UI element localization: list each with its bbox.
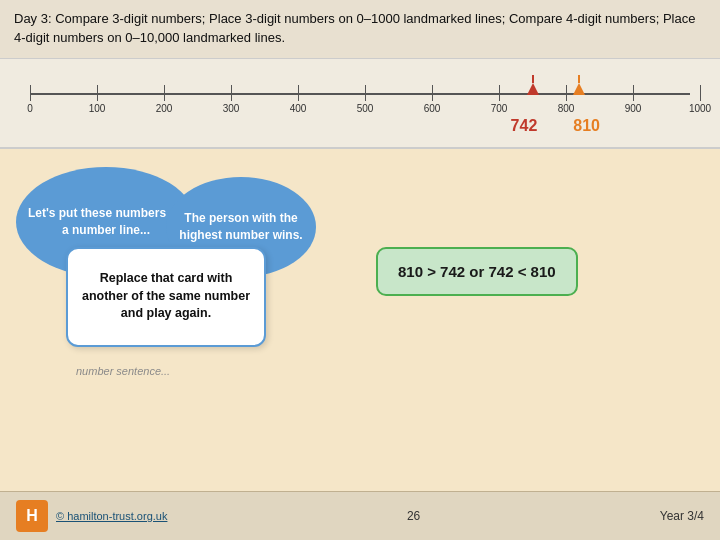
tick-100: [97, 85, 98, 101]
tick-200: [164, 85, 165, 101]
tick-500: [365, 85, 366, 101]
tick-label-700: 700: [491, 103, 508, 114]
footer: H © hamilton-trust.org.uk 26 Year 3/4: [0, 491, 720, 540]
bubble-center: Replace that card with another of the sa…: [66, 247, 266, 347]
number-line: [30, 93, 690, 95]
tick-label-600: 600: [424, 103, 441, 114]
hamilton-logo: H: [16, 500, 48, 532]
bubble-faded: number sentence...: [76, 365, 170, 377]
tick-400: [298, 85, 299, 101]
tick-label-300: 300: [223, 103, 240, 114]
tick-0: [30, 85, 31, 101]
marker-742: [527, 75, 539, 95]
tick-label-900: 900: [625, 103, 642, 114]
tick-label-800: 800: [558, 103, 575, 114]
tick-700: [499, 85, 500, 101]
tick-label-200: 200: [156, 103, 173, 114]
footer-link[interactable]: © hamilton-trust.org.uk: [56, 510, 167, 522]
tick-800: [566, 85, 567, 101]
footer-page-number: 26: [407, 509, 420, 523]
number-label-742: 742: [511, 117, 538, 135]
footer-left: H © hamilton-trust.org.uk: [16, 500, 167, 532]
tick-label-500: 500: [357, 103, 374, 114]
footer-year: Year 3/4: [660, 509, 704, 523]
tick-label-400: 400: [290, 103, 307, 114]
tick-600: [432, 85, 433, 101]
tick-label-1000: 1000: [689, 103, 711, 114]
main-area: Let's put these numbers on a number line…: [0, 149, 720, 397]
tick-1000: [700, 85, 701, 101]
number-line-section: 0 100 200 300 400 500 600 700 800 900 10…: [0, 59, 720, 149]
result-box: 810 > 742 or 742 < 810: [376, 247, 578, 296]
tick-300: [231, 85, 232, 101]
number-line-container: 0 100 200 300 400 500 600 700 800 900 10…: [20, 75, 700, 115]
marker-810: [573, 75, 585, 95]
speech-bubbles-area: Let's put these numbers on a number line…: [16, 167, 356, 387]
instruction-text: Day 3: Compare 3-digit numbers; Place 3-…: [0, 0, 720, 59]
tick-900: [633, 85, 634, 101]
tick-label-100: 100: [89, 103, 106, 114]
number-label-810: 810: [573, 117, 600, 135]
tick-label-0: 0: [27, 103, 33, 114]
